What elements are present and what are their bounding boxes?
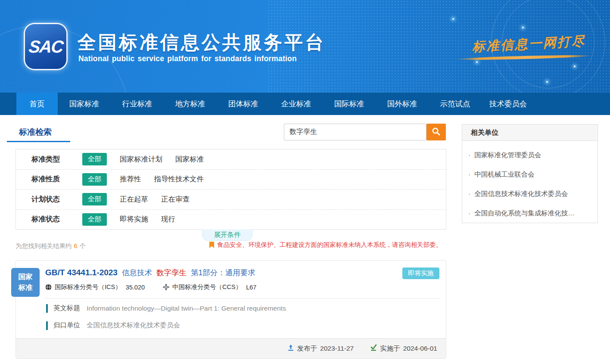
standard-code-link[interactable]: GB/T 43441.1-2023	[45, 268, 118, 277]
sac-logo-text: SAC	[28, 37, 63, 56]
filter-row-standard-status: 标准状态 全部 即将实施 现行	[16, 209, 446, 230]
card-footer: 发布于 2023-11-27 实施于 2024-06-01	[16, 338, 446, 358]
field-label: 英文标题	[53, 304, 80, 313]
implemented-date: 实施于 2024-06-01	[370, 344, 437, 353]
filter-option[interactable]: 推荐性	[120, 174, 141, 184]
title-part2[interactable]: 第1部分：通用要求	[191, 268, 255, 278]
filter-option[interactable]: 现行	[161, 215, 175, 224]
summary-count: 6	[74, 243, 78, 249]
competent-unit-row: 归口单位 全国信息技术标准化技术委员会	[46, 321, 180, 330]
ccs-label: 中国标准分类号（CCS）	[172, 283, 242, 291]
compass-icon	[163, 284, 172, 291]
filter-label: 标准性质	[31, 174, 71, 184]
site-subtitle: National public service platform for sta…	[78, 54, 297, 63]
glow-dot	[574, 65, 576, 67]
ics-value: 35.020	[126, 284, 145, 291]
expand-conditions-button[interactable]: 展开条件	[202, 229, 252, 241]
badge-line1: 国家	[11, 271, 40, 282]
nav-tab-home[interactable]: 首页	[16, 93, 58, 115]
filter-all-button[interactable]: 全部	[82, 153, 107, 165]
filter-all-button[interactable]: 全部	[82, 193, 107, 205]
magnifier-icon	[432, 127, 441, 137]
check-icon	[370, 344, 377, 353]
related-unit-item[interactable]: 全国信息技术标准化技术委员会	[468, 184, 591, 203]
filter-option[interactable]: 正在起草	[120, 195, 148, 204]
notice-text: 食品安全、环境保护、工程建设方面的国家标准未纳入本系统，请咨询相关部委。	[217, 241, 442, 249]
english-title-row: 英文标题 Information technology—Digital twin…	[46, 304, 286, 313]
header-banner: SAC 全国标准信息公共服务平台 National public service…	[0, 0, 610, 93]
implemented-value: 2024-06-01	[403, 345, 437, 352]
standard-result-card: 国家 标准 即将实施 GB/T 43441.1-2023 信息技术 数字孪生 第…	[16, 260, 446, 359]
status-badge: 即将实施	[402, 268, 439, 279]
main-nav: 首页 国家标准 行业标准 地方标准 团体标准 企业标准 国际标准 国外标准 示范…	[0, 93, 610, 115]
nav-tab-international-standards[interactable]: 国际标准	[323, 93, 376, 115]
title-highlight[interactable]: 数字孪生	[156, 268, 187, 278]
filter-option[interactable]: 国家标准	[175, 155, 204, 164]
glow-dot	[452, 18, 454, 20]
search-button[interactable]	[426, 124, 446, 140]
page: SAC 全国标准信息公共服务平台 National public service…	[0, 0, 610, 364]
published-value: 2023-11-27	[320, 345, 354, 352]
filter-label: 计划状态	[31, 195, 71, 204]
related-units-panel: 相关单位 国家标准化管理委员会 中国机械工业联合会 全国信息技术标准化技术委员会…	[462, 124, 598, 223]
bookmark-icon	[209, 242, 214, 248]
nav-tab-enterprise-standards[interactable]: 企业标准	[270, 93, 323, 115]
system-notice: 食品安全、环境保护、工程建设方面的国家标准未纳入本系统，请咨询相关部委。	[209, 241, 442, 249]
published-date: 发布于 2023-11-27	[287, 344, 354, 353]
filter-label: 标准类型	[31, 155, 71, 164]
implemented-label: 实施于	[380, 344, 400, 353]
filter-option[interactable]: 国家标准计划	[120, 155, 162, 164]
field-value: 全国信息技术标准化技术委员会	[87, 321, 180, 330]
title-part1[interactable]: 信息技术	[122, 268, 152, 278]
nav-tab-national-standards[interactable]: 国家标准	[58, 93, 111, 115]
filter-option[interactable]: 指导性技术文件	[154, 174, 204, 184]
sac-logo: SAC	[25, 24, 66, 69]
section-title-standard-search: 标准检索	[19, 127, 52, 138]
field-bar	[46, 321, 48, 330]
filter-option[interactable]: 正在审查	[161, 195, 190, 204]
search-input[interactable]	[284, 124, 426, 140]
related-unit-item[interactable]: 全国自动化系统与集成标准化技…	[468, 203, 591, 223]
nav-tab-industry-standards[interactable]: 行业标准	[111, 93, 164, 115]
nav-tab-pilot[interactable]: 示范试点	[429, 93, 482, 115]
glow-dot	[546, 81, 548, 83]
filter-row-standard-type: 标准类型 全部 国家标准计划 国家标准	[16, 149, 446, 169]
summary-suffix: 个	[80, 243, 86, 249]
classification-row: 国际标准分类号（ICS） 35.020 中国标准分类号（CCS） L67	[45, 283, 256, 291]
site-title: 全国标准信息公共服务平台	[78, 30, 326, 55]
field-label: 归口单位	[53, 321, 80, 330]
national-standard-badge: 国家 标准	[11, 268, 40, 297]
section-title-underline	[7, 141, 70, 142]
related-unit-item[interactable]: 中国机械工业联合会	[468, 165, 591, 184]
filter-row-plan-status: 计划状态 全部 正在起草 正在审查	[16, 189, 446, 209]
globe-icon	[45, 284, 55, 291]
filter-all-button[interactable]: 全部	[82, 213, 107, 226]
filter-panel: 标准类型 全部 国家标准计划 国家标准 标准性质 全部 推荐性 指导性技术文件 …	[16, 149, 446, 230]
nav-tab-group-standards[interactable]: 团体标准	[217, 93, 270, 115]
filter-row-standard-nature: 标准性质 全部 推荐性 指导性技术文件	[16, 169, 446, 190]
summary-prefix: 为您找到相关结果约	[16, 243, 72, 249]
published-label: 发布于	[297, 344, 317, 353]
field-bar	[46, 304, 48, 313]
glow-dot	[522, 27, 524, 28]
ics-label: 国际标准分类号（ICS）	[55, 283, 121, 291]
upload-icon	[287, 344, 294, 353]
ccs-value: L67	[246, 284, 256, 291]
related-unit-item[interactable]: 国家标准化管理委员会	[468, 145, 591, 165]
nav-tab-local-standards[interactable]: 地方标准	[164, 93, 217, 115]
related-units-list: 国家标准化管理委员会 中国机械工业联合会 全国信息技术标准化技术委员会 全国自动…	[462, 141, 598, 223]
glow-dot	[476, 61, 478, 63]
badge-line2: 标准	[11, 282, 40, 293]
filter-label: 标准状态	[31, 215, 71, 224]
results-summary: 为您找到相关结果约6个	[16, 242, 86, 250]
field-value: Information technology—Digital twin—Part…	[87, 305, 286, 312]
standard-title: GB/T 43441.1-2023 信息技术 数字孪生 第1部分：通用要求	[45, 268, 255, 278]
filter-all-button[interactable]: 全部	[82, 173, 107, 186]
nav-tab-foreign-standards[interactable]: 国外标准	[376, 93, 429, 115]
filter-option[interactable]: 即将实施	[120, 215, 148, 224]
card-divider	[44, 298, 440, 299]
related-units-title: 相关单位	[462, 124, 598, 141]
nav-tab-technical-committee[interactable]: 技术委员会	[482, 93, 535, 115]
